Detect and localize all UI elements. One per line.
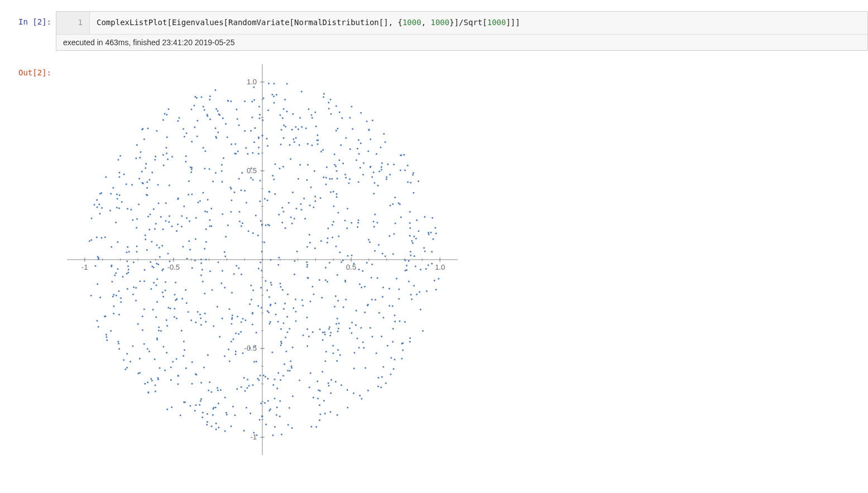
svg-rect-1021 (260, 220, 262, 222)
svg-rect-683 (360, 142, 362, 144)
svg-rect-258 (327, 237, 329, 239)
svg-rect-489 (402, 350, 404, 351)
svg-rect-108 (315, 426, 317, 428)
svg-rect-855 (346, 227, 348, 229)
svg-rect-710 (295, 137, 297, 138)
svg-rect-88 (323, 96, 324, 98)
svg-rect-418 (267, 109, 269, 111)
svg-rect-795 (291, 365, 292, 367)
svg-rect-292 (287, 424, 289, 425)
svg-rect-791 (268, 410, 270, 411)
svg-rect-1049 (174, 316, 175, 318)
svg-rect-772 (317, 398, 319, 399)
svg-rect-188 (158, 329, 160, 331)
svg-rect-517 (390, 204, 391, 206)
svg-rect-448 (263, 241, 265, 243)
svg-rect-151 (377, 277, 378, 279)
svg-rect-207 (424, 216, 426, 218)
svg-rect-285 (242, 222, 243, 224)
svg-rect-198 (171, 156, 173, 157)
svg-rect-840 (185, 155, 187, 157)
svg-rect-541 (275, 163, 276, 165)
svg-rect-712 (308, 277, 309, 279)
svg-rect-367 (256, 332, 257, 333)
svg-rect-642 (111, 266, 112, 267)
svg-rect-443 (366, 262, 368, 264)
svg-rect-606 (160, 216, 162, 218)
svg-rect-331 (383, 133, 385, 135)
svg-rect-1024 (317, 134, 319, 136)
svg-rect-449 (181, 330, 183, 332)
svg-rect-913 (287, 370, 289, 371)
svg-rect-1039 (215, 423, 217, 424)
svg-rect-232 (153, 266, 155, 268)
svg-rect-599 (235, 351, 237, 352)
svg-rect-956 (394, 358, 396, 360)
svg-rect-731 (276, 414, 277, 416)
svg-rect-346 (347, 406, 349, 408)
svg-rect-1032 (199, 313, 201, 315)
svg-rect-659 (298, 128, 299, 130)
svg-rect-534 (106, 336, 108, 338)
svg-rect-978 (282, 117, 284, 119)
svg-rect-439 (204, 293, 206, 294)
svg-rect-160 (282, 375, 284, 376)
code-input-area[interactable]: 1 ComplexListPlot[Eigenvalues[RandomVari… (56, 11, 868, 51)
svg-rect-989 (270, 304, 271, 306)
svg-rect-566 (159, 256, 161, 258)
svg-rect-584 (309, 386, 310, 388)
svg-rect-498 (170, 308, 171, 309)
svg-rect-438 (174, 308, 175, 309)
svg-rect-421 (268, 191, 270, 193)
svg-rect-812 (304, 218, 306, 219)
svg-rect-579 (289, 144, 291, 146)
svg-rect-333 (431, 263, 433, 265)
svg-rect-856 (266, 289, 268, 291)
svg-rect-298 (409, 341, 411, 342)
svg-rect-568 (333, 221, 334, 222)
svg-rect-700 (163, 164, 165, 166)
svg-rect-89 (118, 341, 119, 342)
svg-text:1.0: 1.0 (435, 263, 445, 271)
svg-rect-629 (212, 180, 214, 182)
svg-rect-667 (272, 384, 274, 386)
svg-rect-164 (112, 281, 113, 283)
svg-rect-697 (314, 111, 316, 113)
svg-rect-649 (404, 169, 406, 171)
svg-rect-896 (162, 268, 164, 270)
svg-rect-434 (191, 193, 193, 195)
svg-rect-353 (195, 322, 196, 323)
svg-rect-182 (400, 169, 401, 171)
svg-rect-874 (127, 260, 128, 262)
svg-rect-270 (215, 108, 217, 109)
svg-rect-573 (339, 251, 341, 253)
code-content[interactable]: ComplexListPlot[Eigenvalues[RandomVariat… (90, 12, 867, 34)
svg-rect-1026 (110, 193, 112, 194)
svg-rect-926 (98, 257, 99, 259)
svg-rect-848 (393, 164, 395, 165)
svg-rect-994 (333, 191, 334, 193)
svg-rect-935 (288, 202, 290, 203)
svg-rect-107 (284, 303, 286, 304)
svg-rect-810 (105, 176, 107, 178)
svg-rect-1019 (428, 233, 430, 235)
svg-rect-742 (351, 222, 352, 223)
svg-rect-832 (259, 419, 261, 420)
svg-rect-788 (239, 211, 241, 213)
svg-rect-854 (263, 97, 265, 99)
svg-rect-278 (209, 99, 210, 100)
svg-rect-519 (367, 304, 368, 306)
svg-rect-474 (160, 330, 162, 332)
svg-rect-551 (306, 328, 308, 330)
svg-rect-583 (362, 174, 364, 175)
svg-rect-702 (259, 117, 261, 119)
svg-rect-714 (323, 93, 325, 94)
svg-rect-976 (361, 398, 363, 399)
svg-rect-1017 (118, 348, 120, 350)
svg-rect-729 (389, 305, 390, 307)
svg-rect-203 (215, 172, 217, 174)
svg-rect-61 (285, 126, 286, 127)
svg-rect-912 (196, 374, 198, 375)
svg-rect-891 (186, 258, 188, 260)
svg-rect-1037 (281, 222, 283, 223)
